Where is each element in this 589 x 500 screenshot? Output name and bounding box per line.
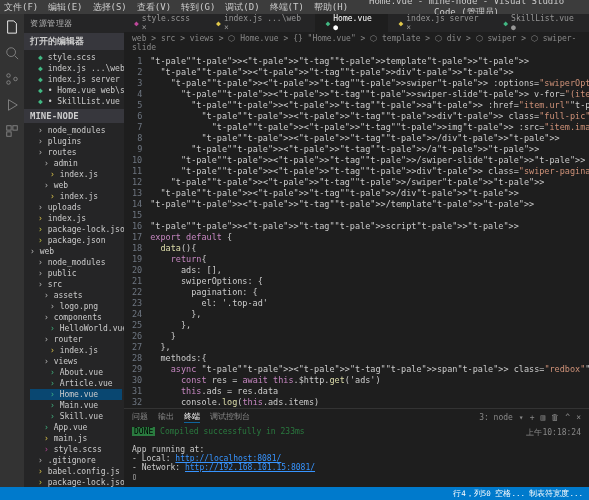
file-tree: › node_modules› plugins› routes› admin› … [24,123,124,500]
scm-icon[interactable] [5,72,19,86]
maximize-icon[interactable]: ^ [565,413,570,422]
project-header[interactable]: MINE-NODE [24,109,124,123]
svg-point-2 [7,74,11,78]
open-editors-list: ◆ style.scss◆ index.js ...\web◆ index.js… [24,50,124,109]
open-editors-header[interactable]: 打开的编辑器 [24,33,124,50]
sidebar-title: 资源管理器 [24,14,124,33]
panel-tab-output[interactable]: 输出 [158,411,174,423]
chevron-down-icon[interactable]: ▾ [519,413,524,422]
panel-tabs: 问题 输出 终端 调试控制台 3: node ▾ + ▥ 🗑 ^ × [124,409,589,425]
tree-item[interactable]: › public [30,268,122,279]
tree-item[interactable]: › Home.vue [30,389,122,400]
tree-item[interactable]: › uploads [30,202,122,213]
tree-item[interactable]: › Main.vue [30,400,122,411]
code-editor[interactable]: 1 2 3 4 5 6 7 8 9 10 11 12 13 14 15 16 1… [124,54,589,408]
compile-msg: Compiled successfully in 233ms [160,427,305,436]
status-right: 行4，列50 空格... 制表符宽度... [453,489,583,499]
menu-edit[interactable]: 编辑(E) [48,1,82,14]
svg-rect-7 [7,132,11,136]
open-editor-item[interactable]: ◆ • Home.vue web\src\views [30,85,122,96]
tree-item[interactable]: › assets [30,290,122,301]
editor-tab[interactable]: ◆Home.vue ● [315,14,388,32]
tree-item[interactable]: › HelloWorld.vue [30,323,122,334]
tree-item[interactable]: › Article.vue [30,378,122,389]
breadcrumbs[interactable]: web > src > views > ⬡ Home.vue > {} "Hom… [124,32,589,54]
editor-tab[interactable]: ◆index.js ...\web × [206,14,315,32]
terminal-body[interactable]: DONE Compiled successfully in 233ms上午10:… [124,425,589,483]
open-editor-item[interactable]: ◆ • SkillList.vue admin\src\... [30,96,122,107]
menubar: 文件(F) 编辑(E) 选择(S) 查看(V) 转到(G) 调试(D) 终端(T… [0,0,589,14]
tree-item[interactable]: › router [30,334,122,345]
svg-point-3 [7,81,11,85]
tree-item[interactable]: › web [30,246,122,257]
done-badge: DONE [132,427,155,436]
running-at: App running at: [132,445,581,454]
menu-view[interactable]: 查看(V) [137,1,171,14]
svg-point-0 [7,48,16,57]
svg-rect-6 [13,126,17,130]
tree-item[interactable]: › node_modules [30,125,122,136]
tree-item[interactable]: › admin [30,158,122,169]
trash-icon[interactable]: 🗑 [551,413,559,422]
tree-item[interactable]: › components [30,312,122,323]
menu-debug[interactable]: 调试(D) [225,1,259,14]
new-terminal-icon[interactable]: + [530,413,535,422]
tree-item[interactable]: › Skill.vue [30,411,122,422]
menu-help[interactable]: 帮助(H) [314,1,348,14]
network-url[interactable]: http://192.168.101.15:8081/ [185,463,315,472]
tree-item[interactable]: › babel.config.js [30,466,122,477]
menu-select[interactable]: 选择(S) [93,1,127,14]
editor-tab[interactable]: ◆index.js server × [388,14,493,32]
terminal-selector[interactable]: 3: node [479,413,513,422]
activity-bar [0,14,24,500]
local-url[interactable]: http://localhost:8081/ [175,454,281,463]
editor-tab[interactable]: ◆style.scss × [124,14,206,32]
extensions-icon[interactable] [5,124,19,138]
debug-icon[interactable] [5,98,19,112]
tree-item[interactable]: › index.js [30,345,122,356]
tree-item[interactable]: › package.json [30,235,122,246]
open-editor-item[interactable]: ◆ index.js ...\web [30,63,122,74]
close-panel-icon[interactable]: × [576,413,581,422]
files-icon[interactable] [5,20,19,34]
search-icon[interactable] [5,46,19,60]
tree-item[interactable]: › plugins [30,136,122,147]
split-terminal-icon[interactable]: ▥ [541,413,546,422]
tree-item[interactable]: › App.vue [30,422,122,433]
tree-item[interactable]: › style.scss [30,444,122,455]
line-gutter: 1 2 3 4 5 6 7 8 9 10 11 12 13 14 15 16 1… [124,54,146,408]
menu-file[interactable]: 文件(F) [4,1,38,14]
menu-goto[interactable]: 转到(G) [181,1,215,14]
panel-tab-terminal[interactable]: 终端 [184,411,200,423]
open-editor-item[interactable]: ◆ index.js server [30,74,122,85]
editor-tab[interactable]: ◆SkillList.vue ● [493,14,589,32]
open-editor-item[interactable]: ◆ style.scss [30,52,122,63]
editor-tabs: ◆style.scss ×◆index.js ...\web ×◆Home.vu… [124,14,589,32]
tree-item[interactable]: › web [30,180,122,191]
panel-tab-debug[interactable]: 调试控制台 [210,411,250,423]
tree-item[interactable]: › views [30,356,122,367]
network-label: - Network: [132,463,185,472]
tree-item[interactable]: › index.js [30,191,122,202]
svg-line-1 [15,56,19,60]
tree-item[interactable]: › package-lock.json [30,224,122,235]
tree-item[interactable]: › routes [30,147,122,158]
compile-time: 上午10:18:24 [526,427,581,438]
svg-rect-5 [7,126,11,130]
status-bar[interactable]: 行4，列50 空格... 制表符宽度... [0,487,589,500]
tree-item[interactable]: › index.js [30,169,122,180]
tree-item[interactable]: › logo.png [30,301,122,312]
tree-item[interactable]: › .gitignore [30,455,122,466]
local-label: - Local: [132,454,175,463]
code-lines[interactable]: "t-pale""t-pale">><"t-pale">>"t-tag""t-p… [146,54,589,408]
tree-item[interactable]: › node_modules [30,257,122,268]
sidebar: 资源管理器 打开的编辑器 ◆ style.scss◆ index.js ...\… [24,14,124,500]
tree-item[interactable]: › index.js [30,213,122,224]
panel-tab-problems[interactable]: 问题 [132,411,148,423]
tree-item[interactable]: › About.vue [30,367,122,378]
cursor: ▯ [132,472,581,481]
editor-area: ◆style.scss ×◆index.js ...\web ×◆Home.vu… [124,14,589,500]
tree-item[interactable]: › src [30,279,122,290]
menu-terminal[interactable]: 终端(T) [270,1,304,14]
tree-item[interactable]: › main.js [30,433,122,444]
